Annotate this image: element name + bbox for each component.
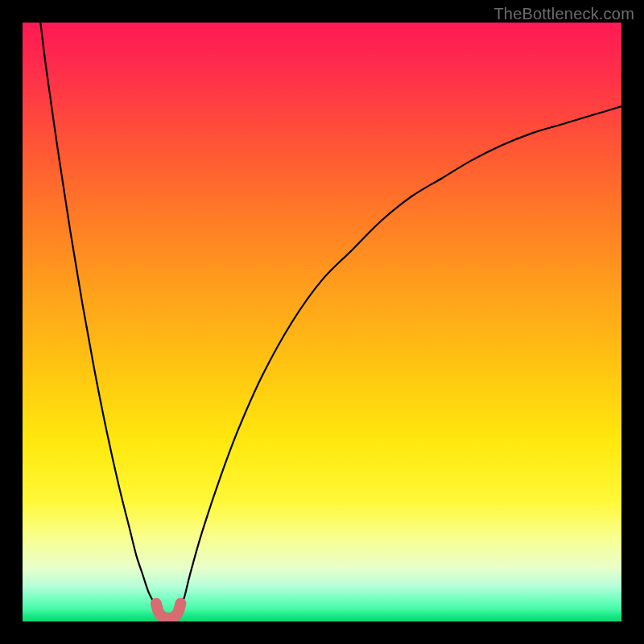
knee-marker-curve: [156, 604, 181, 618]
chart-frame: TheBottleneck.com: [0, 0, 644, 644]
curve-layer: [23, 23, 621, 621]
plot-area: [23, 23, 621, 621]
watermark-text: TheBottleneck.com: [493, 5, 634, 23]
left-branch-curve: [40, 23, 159, 613]
right-branch-curve: [178, 106, 621, 613]
